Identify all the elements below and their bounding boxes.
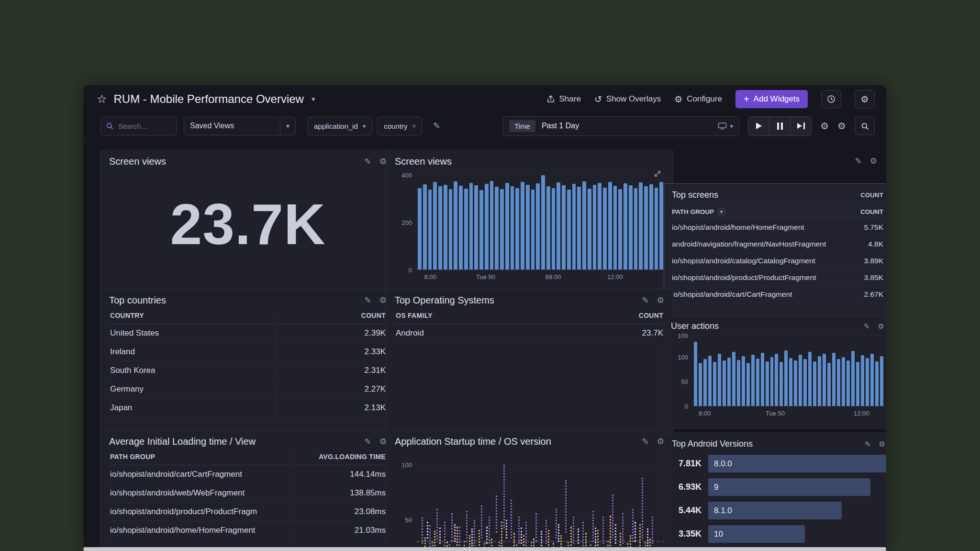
skip-forward-button[interactable] (790, 117, 811, 135)
share-label: Share (559, 94, 581, 104)
settings-gear-button[interactable]: ⚙ (855, 90, 875, 108)
panel-avg-loading-time: Average Initial Loading time / View ✎ ⚙ … (100, 430, 396, 551)
table-row[interactable]: io/shopist/android/product/ProductFragm2… (109, 503, 387, 521)
edit-widget-pencil-icon[interactable]: ✎ (864, 323, 870, 330)
edit-widget-pencil-icon[interactable]: ✎ (855, 156, 862, 166)
widget-options-gear-icon[interactable]: ⚙ (878, 323, 884, 330)
chart-bar (794, 360, 797, 406)
dashboard-title: RUM - Mobile Performance Overview (114, 92, 304, 106)
edit-widget-pencil-icon[interactable]: ✎ (642, 438, 649, 446)
widget-options-gear-icon[interactable]: ⚙ (657, 296, 664, 304)
chart-bar (732, 352, 735, 406)
edit-filters-pencil-icon[interactable]: ✎ (433, 121, 440, 131)
table-row[interactable]: Android23.7K (395, 324, 664, 343)
chart-bar (808, 352, 812, 406)
android-version-row[interactable]: 6.93K9 (672, 478, 885, 496)
chart-bar (880, 356, 883, 406)
scatter-column-series-purple (481, 506, 482, 539)
version-count: 5.44K (672, 506, 702, 516)
filter-country[interactable]: country × (377, 117, 423, 135)
plot-area (417, 168, 664, 270)
chart-bar (780, 362, 783, 406)
saved-views-dropdown[interactable]: Saved Views ▾ (184, 117, 296, 135)
remove-filter-icon[interactable]: × (412, 123, 416, 130)
count-column-header: COUNT (620, 312, 663, 319)
skip-icon (797, 123, 802, 129)
scatter-column-series-purple (451, 513, 453, 542)
android-version-row[interactable]: 3.35K10 (672, 525, 885, 543)
chart-bar (608, 182, 612, 270)
path-group-column-header: PATH GROUP (110, 453, 290, 461)
row-label: United States (109, 324, 276, 342)
favorite-star-icon[interactable]: ☆ (97, 93, 107, 105)
expand-chart-icon[interactable] (654, 170, 661, 180)
table-row[interactable]: Ireland2.33K (109, 343, 387, 361)
android-version-row[interactable]: 5.44K8.1.0 (672, 502, 885, 519)
version-label: 10 (714, 529, 723, 539)
table-row[interactable]: android/navigation/fragment/NavHostFragm… (671, 236, 884, 253)
time-range-selector[interactable]: Time Past 1 Day ▾ (503, 116, 739, 136)
table-row[interactable]: io/shopist/android/home/HomeFragment21.0… (109, 521, 387, 540)
table-row[interactable]: United States2.39K (109, 324, 387, 343)
history-clock-button[interactable] (821, 90, 841, 108)
add-widgets-label: Add Widgets (754, 94, 800, 104)
scatter-column-series-purple (565, 480, 567, 533)
search-button[interactable] (855, 117, 875, 135)
chart-bar (557, 182, 560, 270)
chevron-down-icon[interactable]: ▾ (718, 208, 725, 215)
table-row[interactable]: Japan2.13K (109, 399, 387, 417)
scatter-column-series-lavender (506, 520, 507, 539)
scatter-column-series-purple (503, 465, 505, 529)
chart-bar (618, 189, 622, 270)
scatter-column-series-gray (607, 541, 609, 547)
table-row[interactable]: io/shopist/android/product/ProductFragme… (671, 270, 884, 286)
edit-widget-pencil-icon[interactable]: ✎ (365, 157, 371, 166)
share-button[interactable]: Share (546, 94, 581, 104)
widget-options-gear-icon[interactable]: ⚙ (657, 438, 664, 446)
search-box[interactable] (100, 117, 177, 135)
title-chevron-down-icon[interactable]: ▾ (312, 95, 315, 103)
android-version-row[interactable]: 7.81K8.0.0 (672, 455, 885, 472)
filter-application-id[interactable]: application_id ▾ (307, 117, 372, 135)
table-row[interactable]: io/shopist/android/home/HomeFragment5.75… (671, 219, 884, 236)
row-label: android/navigation/fragment/NavHostFragm… (671, 236, 849, 252)
search-input[interactable] (117, 122, 160, 131)
panel-title: Screen views (395, 156, 452, 167)
horizontal-scrollbar[interactable] (83, 547, 886, 551)
cast-button[interactable]: ▾ (718, 122, 734, 130)
edit-widget-pencil-icon[interactable]: ✎ (365, 438, 371, 446)
table-row[interactable]: io/shopist/android/cart/CartFragment2.67… (671, 286, 884, 303)
table-row[interactable]: io/shopist/android/web/WebFragment138.85… (109, 484, 387, 503)
play-button[interactable] (748, 117, 769, 135)
pause-icon (777, 123, 783, 130)
scatter-column-series-lavender (635, 522, 636, 541)
user-actions-timeseries: 100100500 8:00Tue 5012:00 (671, 332, 884, 418)
table-row[interactable]: io/shopist/android/catalog/CatalogFragme… (671, 253, 884, 270)
y-tick-label: 100 (678, 332, 688, 339)
version-bar: 9 (708, 478, 870, 496)
gear-icon[interactable]: ⚙ (837, 121, 846, 131)
table-row[interactable]: Germany2.27K (109, 380, 387, 399)
pause-button[interactable] (769, 117, 790, 135)
chart-bar (474, 185, 478, 270)
saved-views-label: Saved Views (190, 122, 234, 130)
plot-area (693, 332, 884, 406)
country-column-header: COUNTRY (110, 312, 277, 319)
x-axis: 8:00Tue 5012:00 (693, 406, 884, 418)
clock-icon (827, 95, 835, 103)
add-widgets-button[interactable]: + Add Widgets (735, 90, 808, 108)
template-variables: application_id ▾ country × ✎ (307, 117, 440, 135)
edit-widget-pencil-icon[interactable]: ✎ (365, 296, 371, 304)
table-row[interactable]: South Korea2.31K (109, 361, 387, 380)
show-overlays-button[interactable]: ↺ Show Overlays (594, 94, 661, 104)
configure-button[interactable]: ⚙ Configure (674, 94, 722, 104)
edit-widget-pencil-icon[interactable]: ✎ (865, 440, 871, 448)
edit-widget-pencil-icon[interactable]: ✎ (642, 296, 649, 304)
table-row[interactable]: io/shopist/android/cart/CartFragment144.… (109, 465, 387, 484)
count-header: COUNT (860, 191, 883, 199)
widget-options-gear-icon[interactable]: ⚙ (879, 440, 885, 448)
row-label: Japan (109, 399, 276, 417)
widget-options-gear-icon[interactable]: ⚙ (870, 156, 877, 166)
dashboard-header: ☆ RUM - Mobile Performance Overview ▾ Sh… (83, 85, 886, 113)
gear-icon[interactable]: ⚙ (820, 121, 829, 131)
